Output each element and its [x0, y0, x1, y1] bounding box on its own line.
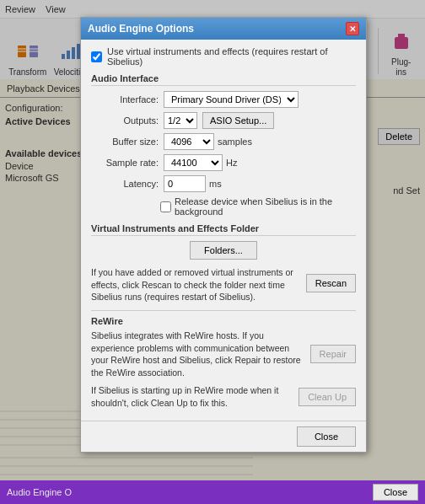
rewire-text-1: Sibelius integrates with ReWire hosts. I…	[91, 330, 304, 379]
rewire-block-1: Sibelius integrates with ReWire hosts. I…	[91, 330, 356, 379]
interface-select[interactable]: Primary Sound Driver (DS)	[164, 91, 299, 108]
interface-label: Interface:	[91, 94, 159, 105]
dialog-close-button[interactable]: Close	[297, 426, 356, 447]
use-virtual-label: Use virtual instruments and effects (req…	[107, 46, 356, 67]
dialog-close-x-button[interactable]: ✕	[346, 22, 359, 35]
outputs-label: Outputs:	[91, 115, 159, 126]
vi-section-title: Virtual Instruments and Effects Folder	[91, 223, 356, 236]
latency-suffix: ms	[209, 179, 222, 189]
use-virtual-checkbox[interactable]	[91, 51, 102, 62]
release-device-checkbox[interactable]	[160, 201, 171, 212]
dialog-body: Use virtual instruments and effects (req…	[81, 40, 366, 421]
latency-row: Latency: ms	[91, 175, 356, 192]
folders-button[interactable]: Folders...	[190, 241, 257, 260]
asio-setup-button[interactable]: ASIO Setup...	[202, 112, 274, 129]
outputs-select[interactable]: 1/2	[164, 112, 197, 129]
sample-rate-label: Sample rate:	[91, 158, 159, 168]
audio-engine-dialog: Audio Engine Options ✕ Use virtual instr…	[80, 17, 367, 453]
bottom-label: Audio Engine O	[7, 487, 72, 497]
buffer-size-row: Buffer size: 4096 samples	[91, 133, 356, 150]
buffer-size-suffix: samples	[218, 137, 252, 147]
rewire-section: ReWire Sibelius integrates with ReWire h…	[91, 310, 356, 409]
buffer-size-select[interactable]: 4096	[164, 133, 214, 150]
sample-rate-row: Sample rate: 44100 Hz	[91, 154, 356, 171]
sample-rate-suffix: Hz	[226, 158, 237, 168]
outputs-row: Outputs: 1/2 ASIO Setup...	[91, 112, 356, 129]
rewire-block-2: If Sibelius is starting up in ReWire mod…	[91, 384, 356, 409]
latency-label: Latency:	[91, 179, 159, 189]
dialog-footer: Close	[81, 421, 366, 452]
latency-input[interactable]	[164, 175, 206, 192]
vi-description: If you have added or removed virtual ins…	[91, 266, 306, 303]
release-device-label: Release device when Sibelius is in the b…	[175, 196, 356, 217]
dialog-overlay: Audio Engine Options ✕ Use virtual instr…	[0, 0, 425, 504]
buffer-size-label: Buffer size:	[91, 137, 159, 147]
repair-button[interactable]: Repair	[310, 345, 356, 363]
use-virtual-row: Use virtual instruments and effects (req…	[91, 46, 356, 67]
outputs-controls: 1/2 ASIO Setup...	[164, 112, 274, 129]
vi-section: Virtual Instruments and Effects Folder F…	[91, 223, 356, 303]
audio-interface-title: Audio Interface	[91, 73, 356, 86]
rewire-title: ReWire	[91, 316, 356, 326]
dialog-titlebar: Audio Engine Options ✕	[81, 18, 366, 40]
rewire-text-2: If Sibelius is starting up in ReWire mod…	[91, 384, 292, 409]
cleanup-button[interactable]: Clean Up	[299, 388, 356, 406]
interface-row: Interface: Primary Sound Driver (DS)	[91, 91, 356, 108]
rescan-button[interactable]: Rescan	[306, 274, 356, 292]
rescan-row: If you have added or removed virtual ins…	[91, 263, 356, 303]
bottom-close-button[interactable]: Close	[373, 484, 418, 501]
release-device-row: Release device when Sibelius is in the b…	[91, 196, 356, 217]
bottom-bar: Audio Engine O Close	[0, 480, 425, 504]
sample-rate-select[interactable]: 44100	[164, 154, 223, 171]
dialog-title: Audio Engine Options	[88, 23, 194, 35]
